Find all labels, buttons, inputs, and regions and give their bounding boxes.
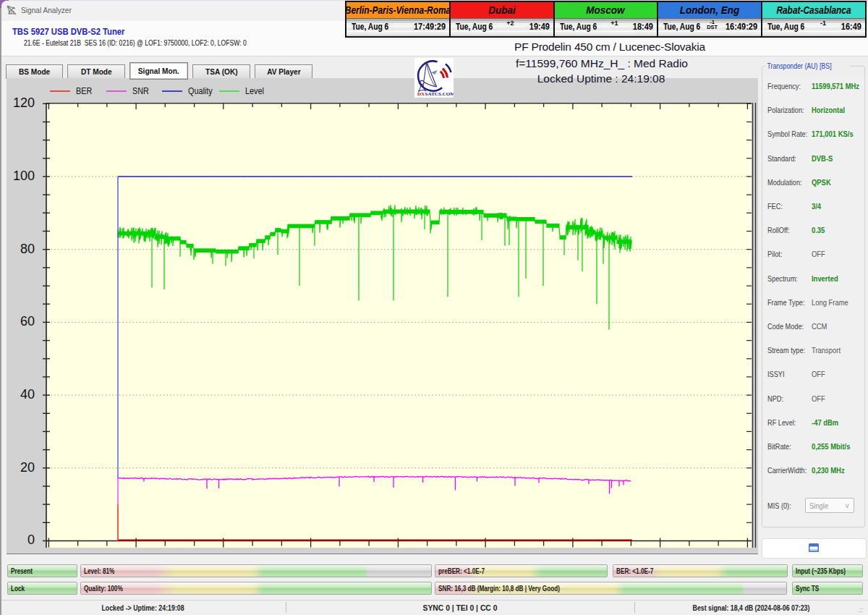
svg-text:DX: DX <box>417 91 425 97</box>
svg-text:SATCS.COM: SATCS.COM <box>425 91 454 97</box>
